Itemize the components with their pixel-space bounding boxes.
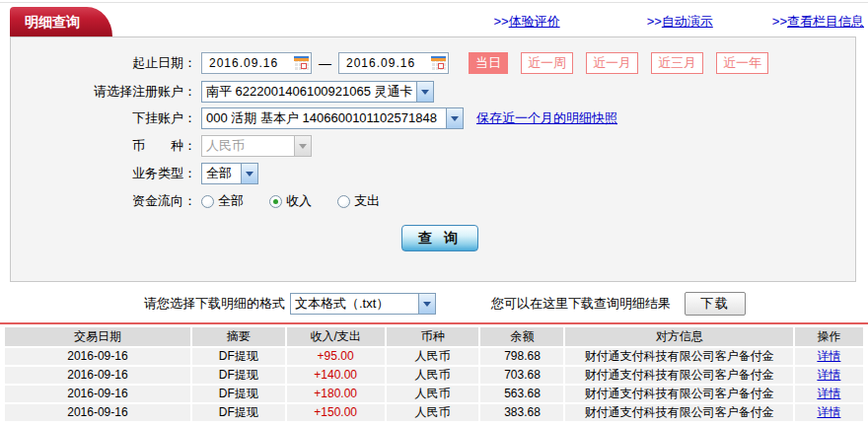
header-currency: 币种	[387, 327, 479, 346]
cell-summary: DF提现	[192, 348, 285, 365]
flow-radio-expense[interactable]: 支出	[337, 192, 380, 210]
header-counterparty: 对方信息	[565, 327, 792, 346]
cell-counterparty: 财付通支付科技有限公司客户备付金	[565, 367, 792, 384]
top-links: >>体验评价 >>自动演示 >>查看栏目信息	[493, 13, 864, 31]
download-row: 请您选择下载明细的格式 文本格式（.txt） 您可以在这里下载查询明细结果 下载	[0, 292, 868, 316]
radio-icon[interactable]	[337, 195, 350, 208]
biz-type-select[interactable]: 全部	[201, 163, 258, 184]
page-title-tab: 明细查询	[10, 7, 112, 36]
sub-account-row: 下挂账户： 000 活期 基本户 1406600101102571848 保存近…	[11, 107, 855, 129]
registered-account-select[interactable]: 南平 6222001406100921065 灵通卡	[201, 81, 434, 103]
cell-balance: 383.68	[480, 404, 563, 421]
date-from-input[interactable]: 2016.09.16	[201, 52, 312, 74]
account-row: 请选择注册账户： 南平 6222001406100921065 灵通卡	[11, 81, 855, 103]
chevron-down-icon[interactable]	[416, 82, 433, 102]
cell-counterparty: 财付通支付科技有限公司客户备付金	[565, 404, 792, 421]
quick-range-today-button[interactable]: 当日	[469, 52, 508, 74]
flow-radio-all[interactable]: 全部	[201, 192, 244, 210]
query-button[interactable]: 查 询	[401, 225, 478, 251]
link-prefix: >>	[647, 14, 662, 29]
detail-link[interactable]: 详情	[817, 349, 840, 363]
download-hint: 您可以在这里下载查询明细结果	[491, 295, 671, 313]
table-top-divider	[0, 322, 868, 324]
download-format-select[interactable]: 文本格式（.txt）	[290, 293, 436, 315]
currency-select: 人民币	[201, 135, 312, 157]
biz-type-row: 业务类型： 全部	[11, 163, 855, 184]
cell-amount: +180.00	[287, 386, 385, 402]
cell-summary: DF提现	[192, 386, 285, 402]
cell-date: 2016-09-16	[5, 348, 190, 365]
date-to-value: 2016.09.16	[339, 56, 431, 70]
account-label: 请选择注册账户：	[11, 83, 196, 101]
registered-account-value: 南平 6222001406100921065 灵通卡	[202, 82, 416, 102]
chevron-down-icon[interactable]	[241, 164, 257, 183]
link-prefix: >>	[772, 14, 787, 29]
date-from-value: 2016.09.16	[202, 56, 294, 70]
chevron-down-icon[interactable]	[418, 294, 435, 314]
currency-value: 人民币	[202, 136, 294, 156]
link-label: 体验评价	[509, 14, 560, 29]
radio-checked-icon[interactable]	[269, 195, 282, 208]
download-button[interactable]: 下载	[685, 292, 746, 316]
date-range-row: 起止日期： 2016.09.16 — 2016.09.16 当日 近一周 近一月…	[11, 52, 855, 74]
cell-currency: 人民币	[387, 404, 479, 421]
quick-range-3months-button[interactable]: 近三月	[651, 52, 703, 74]
header-date: 交易日期	[5, 327, 190, 346]
link-view-column-info[interactable]: >>查看栏目信息	[772, 13, 864, 31]
radio-label: 收入	[286, 192, 312, 210]
sub-account-label: 下挂账户：	[11, 109, 196, 127]
radio-label: 支出	[354, 192, 380, 210]
detail-link[interactable]: 详情	[817, 387, 840, 400]
date-to-input[interactable]: 2016.09.16	[338, 52, 449, 74]
cell-counterparty: 财付通支付科技有限公司客户备付金	[565, 348, 792, 365]
detail-link[interactable]: 详情	[817, 405, 840, 419]
calendar-icon[interactable]	[431, 56, 446, 71]
radio-icon[interactable]	[201, 195, 214, 208]
biz-type-value: 全部	[202, 164, 241, 183]
page-title: 明细查询	[25, 14, 80, 30]
link-auto-demo[interactable]: >>自动演示	[647, 13, 713, 31]
cell-currency: 人民币	[387, 348, 479, 365]
quick-range-week-button[interactable]: 近一周	[521, 52, 573, 74]
page: 明细查询 >>体验评价 >>自动演示 >>查看栏目信息 起止日期： 2016.0…	[0, 0, 868, 425]
quick-range-year-button[interactable]: 近一年	[716, 52, 768, 74]
flow-direction-options: 全部 收入 支出	[201, 192, 405, 210]
quick-range-month-button[interactable]: 近一月	[586, 52, 638, 74]
chevron-down-icon	[294, 136, 311, 156]
calendar-icon[interactable]	[294, 56, 309, 71]
currency-row: 币 种： 人民币	[11, 135, 855, 157]
top-divider	[0, 2, 868, 3]
currency-label: 币 种：	[11, 137, 196, 155]
biz-type-label: 业务类型：	[11, 165, 196, 182]
header-action: 操作	[795, 327, 863, 346]
radio-label: 全部	[218, 192, 244, 210]
cell-balance: 703.68	[480, 367, 563, 384]
cell-currency: 人民币	[387, 367, 479, 384]
chevron-down-icon[interactable]	[446, 108, 463, 128]
date-range-label: 起止日期：	[11, 54, 196, 72]
cell-summary: DF提现	[192, 367, 285, 384]
cell-date: 2016-09-16	[5, 386, 190, 402]
cell-date: 2016-09-16	[5, 404, 190, 421]
cell-counterparty: 财付通支付科技有限公司客户备付金	[565, 386, 792, 402]
cell-amount: +150.00	[287, 404, 385, 421]
save-snapshot-link[interactable]: 保存近一个月的明细快照	[476, 109, 617, 127]
header-balance: 余额	[480, 327, 563, 346]
cell-currency: 人民币	[387, 386, 479, 402]
cell-summary: DF提现	[192, 404, 285, 421]
table-row: 2016-09-16 DF提现 +95.00 人民币 798.68 财付通支付科…	[5, 348, 863, 365]
download-format-value: 文本格式（.txt）	[291, 294, 418, 314]
sub-account-select[interactable]: 000 活期 基本户 1406600101102571848	[201, 107, 464, 129]
cell-date: 2016-09-16	[5, 367, 190, 384]
sub-account-value: 000 活期 基本户 1406600101102571848	[202, 108, 446, 128]
flow-radio-income[interactable]: 收入	[269, 192, 312, 210]
link-label: 自动演示	[662, 14, 713, 29]
detail-link[interactable]: 详情	[817, 368, 840, 382]
flow-direction-row: 资金流向： 全部 收入 支出	[11, 190, 855, 212]
cell-amount: +140.00	[287, 367, 385, 384]
link-experience-review[interactable]: >>体验评价	[493, 13, 559, 31]
date-separator: —	[319, 56, 331, 71]
link-prefix: >>	[493, 14, 508, 29]
table-row: 2016-09-16 DF提现 +140.00 人民币 703.68 财付通支付…	[5, 367, 863, 384]
table-row: 2016-09-16 DF提现 +150.00 人民币 383.68 财付通支付…	[5, 404, 863, 421]
